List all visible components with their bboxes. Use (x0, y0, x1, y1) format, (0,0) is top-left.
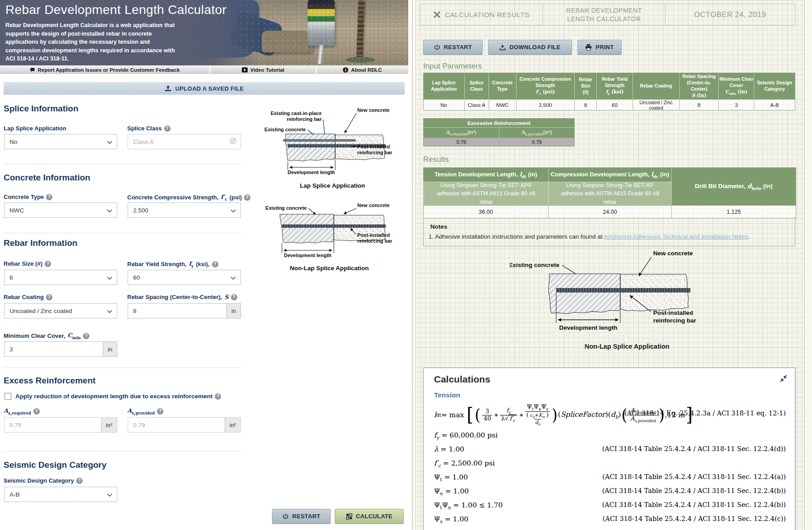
print-button[interactable]: PRINT (577, 40, 622, 55)
input-panel: Rebar Development Length Calculator Reba… (0, 0, 408, 530)
help-icon[interactable]: ? (76, 478, 83, 484)
svg-text:Development length: Development length (559, 324, 617, 331)
help-icon[interactable]: ? (157, 408, 163, 415)
info-icon (343, 67, 348, 73)
nonlap-splice-diagram-report: Existing concrete New concrete Post-inst… (510, 247, 744, 337)
calculations-title: Calculations (434, 374, 490, 385)
concrete-strength-select[interactable]: 2,500 (128, 203, 241, 218)
unit-addon: in (226, 304, 240, 318)
report-header-bar: CALCULATION RESULTS REBAR DEVELOPMENTLEN… (420, 4, 795, 26)
calculator-icon (346, 513, 352, 520)
section-heading-excess: Excess Reinforcement (4, 376, 96, 386)
splice-class-field-disabled: Class A (128, 134, 241, 149)
upload-saved-file-button[interactable]: UPLOAD A SAVED FILE (4, 82, 405, 95)
chevron-down-icon (231, 274, 236, 281)
rebar-spacing-input[interactable]: 8 in (128, 303, 241, 318)
rebar-size-select[interactable]: 8 (4, 270, 117, 285)
help-icon[interactable]: ? (164, 125, 171, 132)
compression-adhesive-note: Using Simpson Strong-Tie SET-XP adhesive… (548, 182, 671, 205)
help-icon[interactable]: ? (212, 261, 218, 267)
video-play-icon (242, 67, 248, 73)
svg-text:Post-installed: Post-installed (653, 309, 693, 316)
drill-bit-value: 1.125 (671, 205, 796, 218)
rebar-spacing-label: Rebar Spacing (Center-to-Center), S? (127, 294, 237, 300)
diagram-caption: Non-Lap Splice Application (510, 343, 744, 350)
svg-text:Post-installed: Post-installed (357, 144, 390, 149)
help-icon[interactable]: ? (46, 194, 52, 200)
svg-text:Post-installed: Post-installed (357, 232, 390, 238)
download-file-button[interactable]: DOWNLOAD FILE (488, 40, 572, 55)
svg-text:Lap Splice Application: Lap Splice Application (300, 182, 365, 189)
rebar-coating-select[interactable]: Uncoated / Zinc coated (4, 303, 117, 318)
calculation-results-tab: CALCULATION RESULTS (420, 4, 543, 26)
min-clear-cover-input[interactable]: 3 in (4, 341, 117, 357)
excess-reduction-checkbox[interactable] (5, 393, 11, 400)
collapse-icon[interactable] (780, 374, 788, 384)
chevron-down-icon (107, 274, 112, 281)
report-paper: CALCULATION RESULTS REBAR DEVELOPMENTLEN… (415, 0, 812, 530)
splice-class-label: Splice Class? (127, 125, 171, 132)
help-icon[interactable]: ? (83, 333, 89, 339)
rebar-development-length-calculator-app: Rebar Development Length Calculator Reba… (0, 0, 812, 530)
svg-text:New concrete: New concrete (653, 250, 693, 257)
app-header: Rebar Development Length Calculator Reba… (0, 0, 408, 65)
tension-adhesive-note: Using Simpson Strong-Tie SET-XP® adhesiv… (424, 182, 548, 205)
adhesive-notes-link[interactable]: Anchoring Adhesives Technical and Instal… (604, 233, 748, 240)
input-parameters-table: Lap SpliceApplication SpliceClass Concre… (423, 73, 795, 111)
calc-line: ΨtΨe = 1.00 ≤ 1.70(ACI 318-14 Table 25.4… (434, 501, 786, 512)
post-installed-rebar (282, 225, 386, 228)
section-heading-rebar: Rebar Information (4, 238, 78, 248)
svg-text:New concrete: New concrete (357, 107, 390, 113)
note-item: 1. Adhesive installation instructions an… (429, 233, 750, 240)
calculate-button[interactable]: CALCULATE (335, 509, 404, 524)
rebar-size-label: Rebar Size (#)? (4, 260, 51, 267)
about-rdlc-link[interactable]: About RDLC (317, 65, 408, 74)
unit-addon: in² (225, 418, 240, 432)
disabled-icon (230, 138, 236, 146)
calculation-results-panel: CALCULATION RESULTS REBAR DEVELOPMENTLEN… (408, 0, 812, 530)
unit-addon: in (103, 342, 117, 356)
svg-text:Non-Lap Splice Application: Non-Lap Splice Application (290, 265, 369, 272)
notes-box: Notes 1. Adhesive installation instructi… (423, 217, 795, 246)
feedback-link[interactable]: Report Application Issues or Provide Cus… (0, 65, 209, 74)
existing-rebar (283, 139, 355, 142)
help-icon[interactable]: ? (46, 294, 52, 300)
help-icon[interactable]: ? (33, 408, 40, 415)
lap-splice-application-select[interactable]: No (4, 134, 117, 149)
help-icon[interactable]: ? (231, 294, 237, 300)
as-provided-label: As,provided? (127, 407, 163, 415)
excess-reduction-checkbox-label: Apply reduction of development length du… (15, 393, 221, 400)
restart-button-report[interactable]: RESTART (423, 40, 483, 55)
rebar-yield-select[interactable]: 60 (128, 270, 241, 285)
concrete-type-select[interactable]: NWC (4, 203, 117, 218)
restart-button[interactable]: RESTART (272, 509, 331, 524)
help-icon[interactable]: ? (45, 261, 51, 267)
seismic-category-label: Seismic Design Category? (4, 477, 83, 484)
post-installed-rebar (556, 288, 690, 292)
lap-splice-application-label: Lap Splice Application (4, 125, 66, 132)
excessive-reinforcement-table: Excessive Reinforcement As,required(in²)… (423, 118, 575, 147)
header-links-bar: Report Application Issues or Provide Cus… (0, 65, 408, 74)
section-heading-splice: Splice Information (4, 104, 78, 114)
splice-diagrams: Existing cast-in-place reinforcing bar E… (244, 101, 408, 282)
video-tutorial-link[interactable]: Video Tutorial (210, 65, 316, 74)
help-icon[interactable]: ? (215, 393, 221, 400)
tension-section-label: Tension (434, 391, 460, 399)
svg-text:Existing cast-in-place: Existing cast-in-place (271, 111, 322, 116)
compression-value: 24.00 (548, 205, 671, 218)
page-title: Rebar Development Length Calculator (5, 3, 226, 17)
svg-text:Existing concrete: Existing concrete (264, 127, 306, 132)
upload-icon (165, 85, 171, 92)
rebar-yield-label: Rebar Yield Strength, fy (ksi),? (127, 260, 218, 268)
svg-text:Existing concrete: Existing concrete (510, 262, 559, 268)
svg-text:Development length: Development length (287, 170, 335, 175)
chevron-down-icon (231, 207, 236, 214)
section-heading-seismic: Seismic Design Category (4, 460, 106, 470)
notes-title: Notes (430, 223, 448, 230)
speech-bubble-icon (30, 67, 35, 73)
crossed-tools-icon (433, 11, 441, 18)
calc-line: Ψs = 1.00(ACI 318-14 Table 25.4.2.4 / AC… (434, 515, 786, 526)
report-date: OCTOBER 24, 2019 (665, 4, 795, 26)
seismic-category-select[interactable]: A-B (4, 487, 117, 502)
svg-text:reinforcing bar: reinforcing bar (357, 150, 392, 155)
